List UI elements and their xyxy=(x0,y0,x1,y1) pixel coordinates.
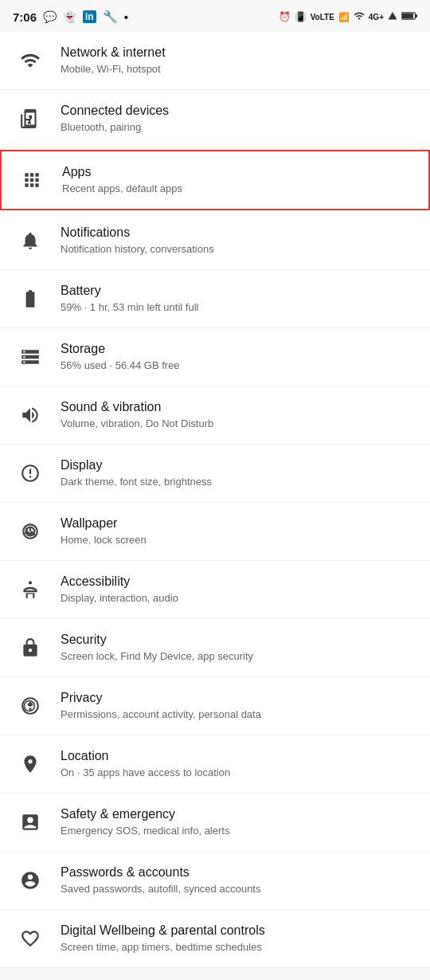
settings-item-battery[interactable]: Battery 59% · 1 hr, 53 min left until fu… xyxy=(0,270,430,328)
battery-title: Battery xyxy=(61,283,417,300)
accessibility-title: Accessibility xyxy=(61,574,417,590)
settings-item-security[interactable]: Security Screen lock, Find My Device, ap… xyxy=(0,619,430,677)
settings-item-sound[interactable]: Sound & vibration Volume, vibration, Do … xyxy=(0,386,430,445)
connected-title: Connected devices xyxy=(61,103,417,120)
display-content: Display Dark theme, font size, brightnes… xyxy=(61,457,417,489)
location-title: Location xyxy=(61,748,417,765)
whatsapp-icon: 💬 xyxy=(43,10,57,23)
apps-content: Apps Recent apps, default apps xyxy=(62,164,416,196)
location-icon xyxy=(13,747,48,782)
apps-icon xyxy=(14,163,49,198)
battery-icon xyxy=(401,11,417,23)
privacy-icon xyxy=(13,688,48,723)
battery-subtitle: 59% · 1 hr, 53 min left until full xyxy=(61,301,417,315)
wallpaper-content: Wallpaper Home, lock screen xyxy=(61,515,417,547)
sound-subtitle: Volume, vibration, Do Not Disturb xyxy=(61,417,417,431)
storage-icon xyxy=(13,339,48,374)
tools-icon: 🔧 xyxy=(103,10,118,24)
svg-rect-2 xyxy=(402,13,413,18)
network-title: Network & internet xyxy=(61,45,417,61)
battery-content: Battery 59% · 1 hr, 53 min left until fu… xyxy=(61,283,417,315)
settings-item-storage[interactable]: Storage 56% used · 56.44 GB free xyxy=(0,328,430,386)
wellbeing-content: Digital Wellbeing & parental controls Sc… xyxy=(61,923,417,955)
safety-icon xyxy=(13,805,48,840)
storage-title: Storage xyxy=(61,341,417,358)
privacy-subtitle: Permissions, account activity, personal … xyxy=(61,708,417,722)
settings-item-wallpaper[interactable]: Wallpaper Home, lock screen xyxy=(0,503,430,561)
passwords-icon xyxy=(13,863,48,898)
notifications-subtitle: Notification history, conversations xyxy=(61,243,417,257)
settings-item-passwords[interactable]: Passwords & accounts Saved passwords, au… xyxy=(0,852,430,910)
connected-devices-icon xyxy=(13,101,48,136)
svg-rect-1 xyxy=(416,14,418,17)
display-icon xyxy=(13,456,48,491)
wellbeing-title: Digital Wellbeing & parental controls xyxy=(61,923,417,939)
vibrate-icon: 📳 xyxy=(295,11,307,22)
status-right: ⏰ 📳 VoLTE 📶 4G+ xyxy=(279,10,417,24)
settings-list: Network & internet Mobile, Wi-Fi, hotspo… xyxy=(0,32,430,968)
security-icon xyxy=(13,630,48,665)
accessibility-icon xyxy=(13,572,48,607)
settings-item-privacy[interactable]: Privacy Permissions, account activity, p… xyxy=(0,677,430,735)
alarm-icon: ⏰ xyxy=(279,11,291,22)
sound-title: Sound & vibration xyxy=(61,399,417,416)
apps-subtitle: Recent apps, default apps xyxy=(62,182,416,196)
wellbeing-icon xyxy=(13,921,48,956)
accessibility-subtitle: Display, interaction, audio xyxy=(61,592,417,606)
security-content: Security Screen lock, Find My Device, ap… xyxy=(61,632,417,664)
display-title: Display xyxy=(61,457,417,474)
safety-subtitle: Emergency SOS, medical info, alerts xyxy=(61,825,417,838)
settings-item-apps[interactable]: Apps Recent apps, default apps xyxy=(0,150,430,210)
network-subtitle: Mobile, Wi-Fi, hotspot xyxy=(61,63,417,76)
wellbeing-subtitle: Screen time, app timers, bedtime schedul… xyxy=(61,941,417,955)
apps-title: Apps xyxy=(62,164,416,181)
settings-item-notifications[interactable]: Notifications Notification history, conv… xyxy=(0,212,430,270)
passwords-content: Passwords & accounts Saved passwords, au… xyxy=(61,864,417,896)
settings-item-accessibility[interactable]: Accessibility Display, interaction, audi… xyxy=(0,561,430,619)
linkedin-icon: in xyxy=(83,10,96,23)
sound-content: Sound & vibration Volume, vibration, Do … xyxy=(61,399,417,431)
signal-bars-icon xyxy=(388,10,397,24)
settings-item-network[interactable]: Network & internet Mobile, Wi-Fi, hotspo… xyxy=(0,32,430,90)
security-title: Security xyxy=(61,632,417,649)
battery-setting-icon xyxy=(13,281,48,316)
wallpaper-icon xyxy=(13,514,48,549)
connected-subtitle: Bluetooth, pairing xyxy=(61,121,417,135)
notifications-content: Notifications Notification history, conv… xyxy=(61,225,417,257)
passwords-subtitle: Saved passwords, autofill, synced accoun… xyxy=(61,883,417,896)
wifi-icon xyxy=(13,43,48,78)
volte-icon: VoLTE xyxy=(311,13,334,22)
safety-title: Safety & emergency xyxy=(61,806,417,823)
wallpaper-title: Wallpaper xyxy=(61,515,417,532)
wifi-call-icon: 📶 xyxy=(338,12,350,22)
display-subtitle: Dark theme, font size, brightness xyxy=(61,476,417,489)
settings-item-safety[interactable]: Safety & emergency Emergency SOS, medica… xyxy=(0,794,430,852)
4g-icon: 4G+ xyxy=(369,13,384,22)
settings-item-connected[interactable]: Connected devices Bluetooth, pairing xyxy=(0,90,430,148)
location-subtitle: On · 35 apps have access to location xyxy=(61,766,417,780)
connected-content: Connected devices Bluetooth, pairing xyxy=(61,103,417,135)
wallpaper-subtitle: Home, lock screen xyxy=(61,534,417,547)
status-bar: 7:06 💬 👻 in 🔧 • ⏰ 📳 VoLTE 📶 4G+ xyxy=(0,0,430,32)
security-subtitle: Screen lock, Find My Device, app securit… xyxy=(61,650,417,664)
notifications-icon xyxy=(13,223,48,258)
snapchat-icon: 👻 xyxy=(63,10,76,23)
accessibility-content: Accessibility Display, interaction, audi… xyxy=(61,574,417,606)
settings-item-wellbeing[interactable]: Digital Wellbeing & parental controls Sc… xyxy=(0,910,430,968)
settings-item-display[interactable]: Display Dark theme, font size, brightnes… xyxy=(0,445,430,503)
safety-content: Safety & emergency Emergency SOS, medica… xyxy=(61,806,417,838)
status-left: 7:06 💬 👻 in 🔧 • xyxy=(13,10,128,24)
time: 7:06 xyxy=(13,10,37,24)
signal-icon xyxy=(354,10,365,24)
passwords-title: Passwords & accounts xyxy=(61,864,417,881)
location-content: Location On · 35 apps have access to loc… xyxy=(61,748,417,780)
privacy-title: Privacy xyxy=(61,690,417,707)
storage-content: Storage 56% used · 56.44 GB free xyxy=(61,341,417,373)
storage-subtitle: 56% used · 56.44 GB free xyxy=(61,359,417,373)
sound-icon xyxy=(13,398,48,433)
privacy-content: Privacy Permissions, account activity, p… xyxy=(61,690,417,722)
svg-point-4 xyxy=(25,527,28,530)
settings-item-location[interactable]: Location On · 35 apps have access to loc… xyxy=(0,735,430,794)
network-content: Network & internet Mobile, Wi-Fi, hotspo… xyxy=(61,45,417,76)
notifications-title: Notifications xyxy=(61,225,417,241)
